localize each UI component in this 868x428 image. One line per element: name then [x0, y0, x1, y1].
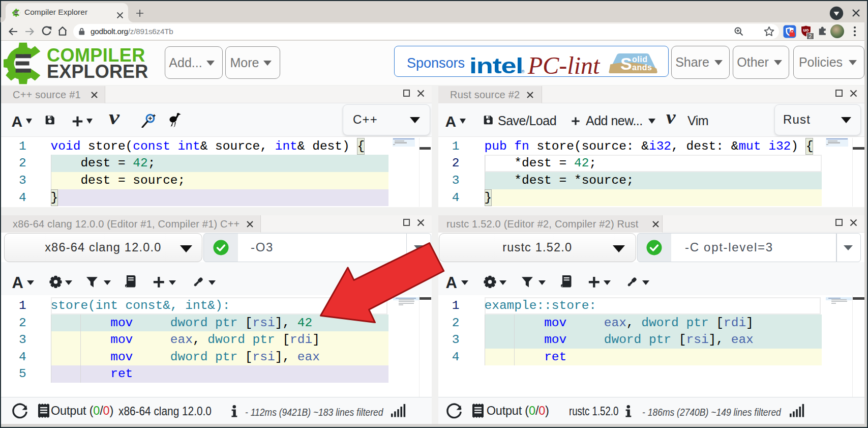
svg-text:ands: ands	[632, 63, 652, 72]
svg-text:olid: olid	[632, 55, 647, 64]
svg-text:S: S	[620, 54, 632, 73]
svg-text:uo: uo	[803, 27, 809, 33]
